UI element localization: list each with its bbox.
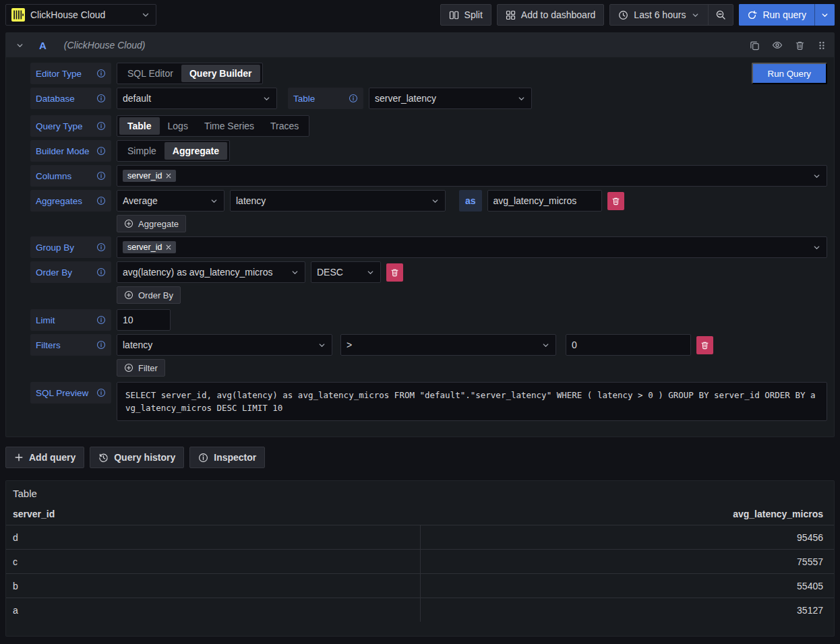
aggregate-function-select[interactable]: Average (117, 190, 224, 212)
query-datasource-hint: (ClickHouse Cloud) (64, 40, 146, 51)
time-range-label: Last 6 hours (634, 9, 686, 20)
toolbar-actions: Split Add to dashboard Last 6 hours (440, 4, 835, 26)
builder-mode-option-aggregate[interactable]: Aggregate (164, 142, 227, 160)
datasource-picker[interactable]: ClickHouse Cloud (5, 4, 156, 26)
editor-type-radio-group: SQL Editor Query Builder (117, 63, 263, 84)
table-select[interactable]: server_latency (369, 88, 532, 109)
info-icon[interactable] (96, 171, 106, 181)
query-type-option-traces[interactable]: Traces (262, 117, 307, 135)
filter-value-input[interactable]: 0 (566, 334, 691, 356)
filter-operator-select[interactable]: > (340, 334, 556, 356)
add-aggregate-button[interactable]: Aggregate (117, 215, 186, 232)
columns-multiselect[interactable]: server_id (117, 165, 827, 187)
chevron-down-icon (141, 10, 150, 20)
database-select[interactable]: default (117, 88, 277, 109)
apps-grid-icon (506, 10, 516, 20)
clickhouse-logo-icon (11, 8, 25, 22)
info-icon[interactable] (96, 315, 106, 325)
run-query-button[interactable]: Run query (739, 4, 814, 26)
add-filter-button[interactable]: Filter (117, 359, 165, 377)
columns-label: Columns (30, 165, 111, 187)
time-picker-group: Last 6 hours (609, 4, 733, 26)
plus-icon (14, 453, 24, 462)
editor-type-option-query-builder[interactable]: Query Builder (181, 65, 260, 82)
cell-avg-latency: 75557 (420, 550, 834, 573)
run-query-split-button: Run query (739, 4, 835, 26)
query-editor-header[interactable]: A (ClickHouse Cloud) (6, 33, 834, 57)
info-icon[interactable] (96, 388, 106, 397)
add-order-by-button[interactable]: Order By (117, 286, 181, 304)
chevron-down-icon (820, 11, 829, 20)
query-history-button[interactable]: Query history (90, 447, 184, 468)
query-type-option-time-series[interactable]: Time Series (196, 117, 262, 135)
info-icon[interactable] (96, 196, 106, 205)
time-picker-button[interactable]: Last 6 hours (610, 5, 708, 25)
collapse-chevron-icon[interactable] (16, 41, 24, 50)
table-row[interactable]: d 95456 (6, 525, 834, 549)
chevron-down-icon (812, 243, 821, 252)
chevron-down-icon (517, 94, 526, 103)
limit-input[interactable]: 10 (117, 309, 171, 331)
table-row[interactable]: b 55405 (6, 573, 834, 598)
info-icon[interactable] (349, 94, 358, 103)
aggregate-column-select[interactable]: latency (230, 190, 446, 212)
info-icon[interactable] (96, 146, 106, 156)
remove-tag-icon[interactable] (166, 173, 171, 179)
builder-mode-label: Builder Mode (30, 140, 111, 162)
remove-tag-icon[interactable] (166, 245, 171, 250)
query-type-option-logs[interactable]: Logs (160, 117, 196, 135)
datasource-picker-value: ClickHouse Cloud (30, 9, 136, 20)
column-tag: server_id (123, 170, 176, 182)
info-icon[interactable] (96, 69, 106, 78)
table-row[interactable]: a 35127 (6, 598, 834, 622)
add-query-button[interactable]: Add query (5, 447, 84, 468)
inspector-button[interactable]: Inspector (189, 447, 265, 468)
table-row[interactable]: c 75557 (6, 549, 834, 573)
split-pane-icon (449, 10, 459, 20)
run-query-options-button[interactable] (814, 4, 835, 26)
add-to-dashboard-label: Add to dashboard (521, 9, 596, 20)
cell-avg-latency: 95456 (420, 525, 834, 549)
toggle-visibility-eye-icon[interactable] (772, 40, 783, 51)
info-icon[interactable] (96, 267, 106, 277)
aggregate-alias-input[interactable]: avg_latency_micros (487, 190, 602, 212)
order-by-label: Order By (30, 261, 111, 283)
column-header-avg-latency-micros[interactable]: avg_latency_micros (733, 509, 823, 519)
query-type-option-table[interactable]: Table (119, 117, 160, 135)
info-icon[interactable] (96, 243, 106, 252)
trash-icon (611, 197, 620, 205)
database-label: Database (30, 88, 111, 109)
remove-filter-button[interactable] (696, 336, 713, 354)
zoom-out-time-button[interactable] (708, 5, 733, 25)
duplicate-query-icon[interactable] (750, 40, 760, 51)
delete-query-trash-icon[interactable] (795, 40, 805, 51)
group-by-multiselect[interactable]: server_id (117, 236, 827, 258)
order-by-direction-select[interactable]: DESC (311, 261, 381, 283)
drag-handle-grip-icon[interactable] (817, 40, 826, 51)
cell-server-id: d (6, 525, 420, 549)
trash-icon (700, 341, 709, 350)
explore-secondary-actions: Add query Query history Inspector (0, 437, 840, 475)
builder-mode-option-simple[interactable]: Simple (119, 142, 164, 160)
remove-order-by-button[interactable] (386, 263, 403, 282)
filter-column-select[interactable]: latency (117, 334, 332, 356)
remove-aggregate-button[interactable] (607, 192, 624, 210)
explore-toolbar: ClickHouse Cloud Split Add to dashboard … (0, 0, 840, 30)
split-button[interactable]: Split (440, 4, 491, 26)
add-to-dashboard-button[interactable]: Add to dashboard (497, 4, 605, 26)
group-by-tag: server_id (123, 241, 176, 253)
column-header-server-id[interactable]: server_id (13, 509, 55, 519)
chevron-down-icon (431, 197, 440, 205)
zoom-out-icon (715, 9, 726, 20)
editor-run-query-button[interactable]: Run Query (752, 63, 827, 84)
info-icon[interactable] (96, 94, 106, 103)
info-icon[interactable] (96, 340, 106, 350)
trash-icon (390, 268, 399, 277)
order-by-field-select[interactable]: avg(latency) as avg_latency_micros (117, 261, 305, 283)
info-icon[interactable] (96, 121, 106, 131)
chevron-down-icon (318, 341, 326, 350)
sql-preview-text: SELECT server_id, avg(latency) as avg_la… (117, 382, 827, 421)
cell-avg-latency: 35127 (420, 598, 834, 622)
chevron-down-icon (691, 11, 700, 20)
editor-type-option-sql-editor[interactable]: SQL Editor (119, 65, 181, 82)
